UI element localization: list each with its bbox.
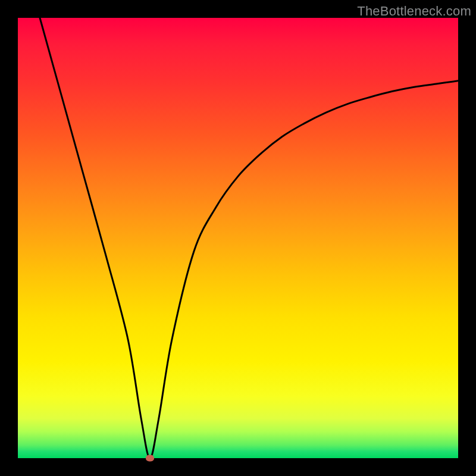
curve-path xyxy=(40,18,458,458)
min-marker xyxy=(146,455,154,462)
chart-frame: TheBottleneck.com xyxy=(0,0,476,476)
bottleneck-curve xyxy=(18,18,458,458)
plot-area xyxy=(18,18,458,458)
watermark-text: TheBottleneck.com xyxy=(357,4,471,19)
